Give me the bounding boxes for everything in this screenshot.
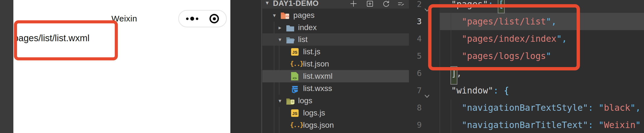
collapse-all-icon[interactable]: [397, 0, 405, 8]
tree-item-list-wxml[interactable]: <> list.wxml: [262, 70, 409, 82]
tree-item-logs-js[interactable]: JS logs.js: [262, 107, 409, 119]
tree-item-label: pages: [293, 9, 314, 21]
tree-item-label: list.wxml: [303, 70, 333, 82]
tree-item-label: logs.js: [303, 107, 325, 119]
line-number: 3: [409, 13, 422, 30]
code-editor[interactable]: 2 "pages": [ 3 "pages/list/list", 4 "pag…: [409, 0, 644, 133]
tree-item-pages[interactable]: ▾ <> pages: [262, 9, 409, 21]
line-number: 2: [409, 0, 422, 13]
pages-folder-icon: <>: [280, 11, 290, 19]
record-icon[interactable]: [209, 14, 219, 23]
new-file-icon[interactable]: [350, 0, 357, 8]
file-explorer: ▾ DAY1-DEMO ▾ <> pages ▸ index: [262, 0, 409, 133]
tree-item-label: list.json: [303, 58, 329, 70]
panel-divider[interactable]: [261, 0, 262, 133]
project-title: DAY1-DEMO: [273, 0, 319, 8]
json-key: "navigationBarTextStyle": [462, 103, 588, 113]
code-line-9[interactable]: 9 "navigationBarTitleText": "Weixin": [409, 116, 644, 133]
json-key: "navigationBarTitleText": [462, 120, 588, 130]
folder-icon: [286, 23, 296, 32]
line-number: 9: [409, 116, 422, 133]
project-chevron-icon[interactable]: ▾: [266, 0, 269, 6]
tree-item-list-wxss[interactable]: list.wxss: [262, 82, 409, 95]
json-string: Weixin: [604, 120, 635, 130]
new-folder-icon[interactable]: [366, 0, 374, 8]
code-line-8[interactable]: 8 "navigationBarTextStyle": "black",: [409, 99, 644, 116]
line-number: 7: [409, 82, 422, 99]
tree-item-label: logs: [298, 95, 312, 107]
code-line-7[interactable]: 7 "window": {: [409, 82, 644, 99]
explorer-header: ▾ DAY1-DEMO: [262, 0, 409, 9]
line-number: 8: [409, 99, 422, 116]
refresh-icon[interactable]: [382, 0, 390, 8]
line-number: 5: [409, 47, 422, 65]
json-string: black: [604, 103, 630, 113]
tree-item-index[interactable]: ▸ index: [262, 21, 409, 34]
open-folder-icon: [286, 35, 296, 44]
tree-item-label: index: [298, 21, 317, 34]
wxml-file-icon: <>: [291, 72, 298, 80]
chevron-down-icon[interactable]: ▾: [273, 9, 276, 21]
mini-program-capsule: [178, 10, 227, 27]
tree-item-list-js[interactable]: JS list.js: [262, 46, 409, 58]
wxss-file-icon: [291, 85, 301, 93]
fold-chevron-icon[interactable]: [424, 88, 430, 94]
svg-text:<>: <>: [286, 15, 289, 18]
tree-item-logs-json[interactable]: {..} logs.json: [262, 119, 409, 131]
red-annotation-box-simulator: [14, 20, 118, 60]
tree-item-list[interactable]: ▾ list: [262, 33, 409, 46]
line-number: 6: [409, 65, 422, 82]
js-file-icon: JS: [291, 48, 299, 56]
simulator-screen: Weixin pages/list/list.wxml: [13, 0, 230, 133]
json-file-icon: {..}: [290, 119, 303, 131]
json-key: "window": [451, 85, 493, 95]
js-file-icon: JS: [291, 109, 299, 117]
line-number: 4: [409, 30, 422, 47]
tree-item-list-json[interactable]: {..} list.json: [262, 58, 409, 70]
chevron-down-icon[interactable]: ▾: [279, 95, 281, 107]
chevron-right-icon[interactable]: ▸: [279, 21, 281, 34]
tree-item-label: list: [298, 33, 308, 46]
red-annotation-box-editor: [428, 4, 580, 70]
wechat-devtools-window: { "simulator": { "nav_title": "Weixin", …: [0, 0, 644, 133]
more-dots-icon[interactable]: [186, 17, 198, 21]
chevron-down-icon[interactable]: ▾: [279, 33, 281, 46]
tree-item-label: logs.json: [303, 119, 334, 131]
tree-item-logs[interactable]: ▾ logs: [262, 95, 409, 107]
simulator-side-strip: [0, 0, 13, 133]
tree-item-label: list.js: [303, 46, 320, 58]
tree-item-label: list.wxss: [303, 82, 332, 95]
json-file-icon: {..}: [290, 58, 303, 70]
logs-folder-icon: [286, 97, 296, 105]
